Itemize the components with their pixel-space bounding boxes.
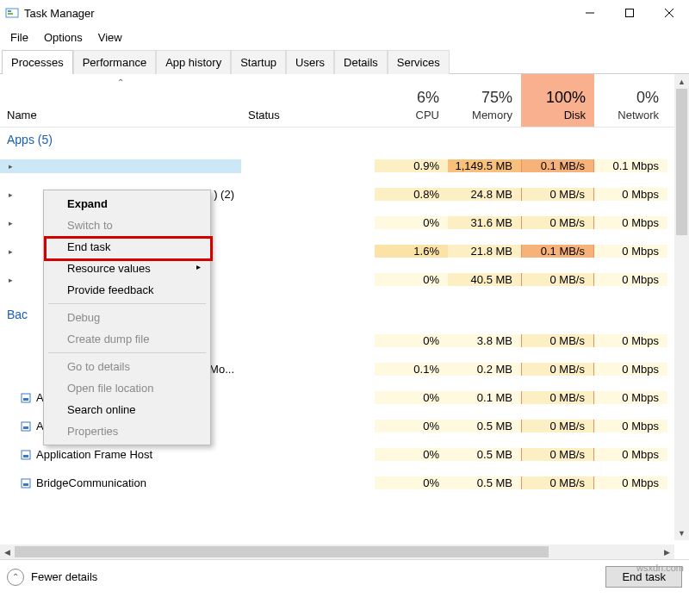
scroll-left-button[interactable]: ◀ [0,544,15,559]
row-name: Application Frame Host [36,448,152,461]
cell-cpu: 0.9% [375,159,448,172]
cell-cpu: 0.1% [375,363,448,376]
cell-network: 0 Mbps [594,273,667,286]
header-cpu-pct: 6% [417,89,439,107]
tab-strip: Processes Performance App history Startu… [0,49,689,74]
scroll-up-button[interactable]: ▲ [674,74,689,89]
tab-performance[interactable]: Performance [73,50,156,74]
ctx-provide-feedback[interactable]: Provide feedback [47,279,208,301]
tab-users[interactable]: Users [286,50,334,74]
title-bar: Task Manager [0,0,689,26]
header-network-pct: 0% [636,89,659,107]
tab-details[interactable]: Details [334,50,388,74]
separator [48,303,206,304]
header-memory-pct: 75% [481,89,512,107]
ctx-properties[interactable]: Properties [47,420,208,442]
header-name-label: Name [7,109,234,121]
header-name[interactable]: ⌃ Name [0,74,241,127]
chevron-right-icon[interactable]: ▸ [5,275,16,285]
cell-memory: 3.8 MB [448,334,521,347]
app-process-icon [19,420,33,433]
ctx-switch-to[interactable]: Switch to [47,215,208,236]
chevron-right-icon[interactable]: ▸ [5,161,16,171]
scroll-thumb[interactable] [15,546,549,557]
table-row[interactable]: BridgeCommunication 0% 0.5 MB 0 MB/s 0 M… [0,469,689,497]
ctx-create-dump[interactable]: Create dump file [47,328,208,350]
chevron-right-icon[interactable]: ▸ [5,190,16,200]
ctx-expand[interactable]: Expand [47,193,208,215]
menu-bar: File Options View [0,26,689,49]
cell-disk: 0 MB/s [521,420,594,432]
app-icon [5,6,19,20]
chevron-right-icon: ▸ [196,262,201,271]
app-process-icon [19,159,33,173]
scroll-right-button[interactable]: ▶ [660,544,674,559]
cell-memory: 31.6 MB [448,216,521,229]
svg-rect-2 [8,13,13,15]
cell-cpu: 1.6% [375,245,448,258]
header-disk[interactable]: 100% Disk [521,74,594,127]
cell-memory: 1,149.5 MB [448,159,521,172]
window-title: Task Manager [24,7,570,20]
cell-cpu: 0% [375,216,448,229]
cell-disk: 0 MB/s [521,476,594,489]
row-name: BridgeCommunication [36,476,146,489]
group-apps[interactable]: Apps (5) [0,128,689,152]
cell-disk: 0 MB/s [521,334,594,347]
menu-options[interactable]: Options [37,28,90,47]
cell-memory: 0.1 MB [448,391,521,404]
cell-cpu: 0.8% [375,188,448,201]
maximize-button[interactable] [610,0,649,26]
app-process-icon [19,363,33,376]
ctx-search-online[interactable]: Search online [47,399,208,420]
cell-network: 0 Mbps [594,245,667,258]
horizontal-scrollbar[interactable]: ◀ ▶ [0,544,674,559]
tab-processes[interactable]: Processes [2,50,73,74]
fewer-details-link[interactable]: Fewer details [31,570,97,583]
chevron-right-icon[interactable]: ▸ [5,246,16,257]
close-button[interactable] [649,0,689,26]
ctx-open-file-location[interactable]: Open file location [47,377,208,399]
cell-disk: 0 MB/s [521,216,594,229]
tab-services[interactable]: Services [388,50,450,74]
cell-memory: 0.5 MB [448,448,521,461]
ctx-go-to-details[interactable]: Go to details [47,356,208,377]
chevron-right-icon[interactable]: ▸ [5,218,16,228]
cell-disk: 0 MB/s [521,448,594,461]
ctx-resource-values[interactable]: Resource values▸ [47,258,208,279]
cell-memory: 21.8 MB [448,245,521,258]
tab-startup[interactable]: Startup [231,50,286,74]
cell-disk: 0 MB/s [521,391,594,404]
app-process-icon [19,391,33,405]
cell-cpu: 0% [375,334,448,347]
cell-memory: 40.5 MB [448,273,521,286]
menu-file[interactable]: File [3,28,35,47]
minimize-button[interactable] [570,0,610,26]
cell-network: 0 Mbps [594,216,667,229]
chevron-up-icon[interactable]: ⌃ [7,569,24,586]
header-memory-label: Memory [472,109,512,121]
cell-network: 0 Mbps [594,476,667,489]
scroll-thumb[interactable] [676,89,687,235]
cell-network: 0 Mbps [594,448,667,461]
header-cpu[interactable]: 6% CPU [375,74,448,127]
vertical-scrollbar[interactable]: ▲ ▼ [674,74,689,540]
ctx-debug[interactable]: Debug [47,307,208,328]
menu-view[interactable]: View [91,28,129,47]
cell-cpu: 0% [375,420,448,432]
svg-rect-1 [8,10,11,12]
header-status-label: Status [248,109,280,121]
cell-cpu: 0% [375,448,448,461]
tab-app-history[interactable]: App history [156,50,231,74]
row-name: Mo... [209,363,241,376]
cell-disk: 0 MB/s [521,363,594,376]
header-status[interactable]: Status [241,74,375,127]
header-network[interactable]: 0% Network [594,74,667,127]
table-row[interactable]: ▸ 0.9% 1,149.5 MB 0.1 MB/s 0.1 Mbps [0,152,689,180]
svg-rect-12 [23,455,28,457]
header-disk-pct: 100% [546,89,586,107]
ctx-end-task[interactable]: End task [47,236,208,258]
header-memory[interactable]: 75% Memory [448,74,521,127]
scroll-down-button[interactable]: ▼ [674,526,689,540]
sort-indicator-icon: ⌃ [117,78,124,87]
